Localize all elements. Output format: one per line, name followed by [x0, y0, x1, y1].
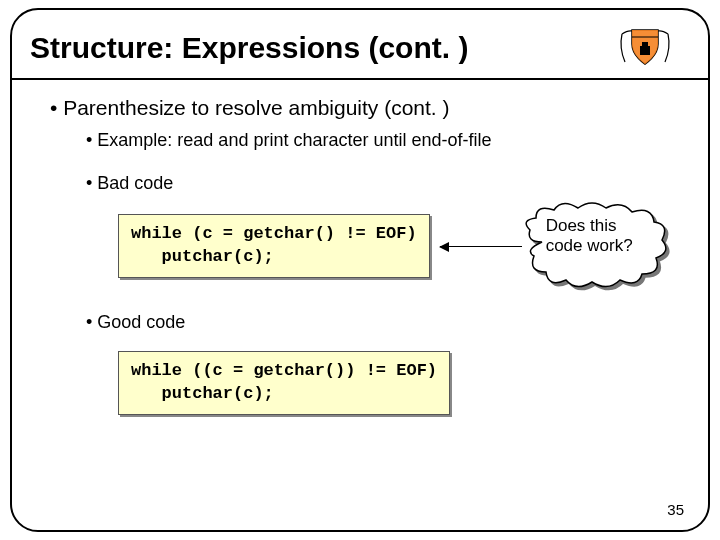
code-bad: while (c = getchar() != EOF) putchar(c); — [118, 214, 430, 278]
arrow-icon — [440, 246, 522, 247]
page-number: 35 — [667, 501, 684, 518]
slide-content: Parenthesize to resolve ambiguity (cont.… — [12, 80, 708, 435]
title-row: Structure: Expressions (cont. ) — [12, 10, 708, 78]
bullet-level1: Parenthesize to resolve ambiguity (cont.… — [50, 96, 678, 120]
code-good: while ((c = getchar()) != EOF) putchar(c… — [118, 351, 450, 415]
bullet-good-code: Good code — [86, 312, 678, 333]
shield-icon — [610, 24, 680, 72]
svg-rect-0 — [640, 46, 650, 55]
bullet-example: Example: read and print character until … — [86, 130, 678, 151]
bad-code-row: while (c = getchar() != EOF) putchar(c);… — [42, 202, 678, 290]
callout-text: Does this code work? — [546, 216, 652, 257]
callout-cloud: Does this code work? — [522, 202, 670, 290]
slide-title: Structure: Expressions (cont. ) — [30, 31, 468, 65]
slide-frame: Structure: Expressions (cont. ) Parenthe… — [10, 8, 710, 532]
bullet-bad-code: Bad code — [86, 173, 678, 194]
svg-rect-1 — [642, 42, 648, 47]
